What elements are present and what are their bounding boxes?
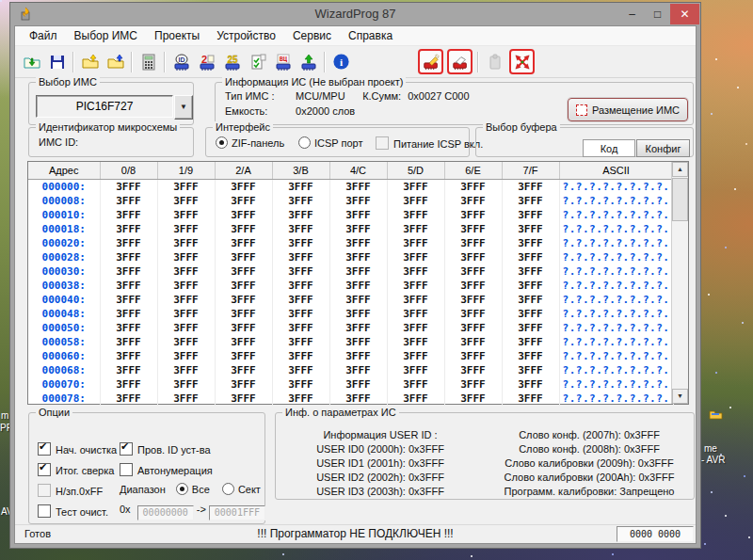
ascii-cell[interactable]: ?.?.?.?.?.?.?.?.	[559, 363, 673, 377]
hex-cell[interactable]: 3FFF	[272, 307, 329, 321]
hex-cell[interactable]: 3FFF	[387, 250, 444, 264]
column-header[interactable]: ASCII	[559, 162, 673, 180]
hex-cell[interactable]: 3FFF	[100, 250, 157, 264]
hex-cell[interactable]: 3FFF	[444, 293, 502, 307]
close-button[interactable]: ✕	[670, 4, 699, 24]
hex-cell[interactable]: 3FFF	[100, 392, 157, 406]
desktop-shortcut-label-line1[interactable]: me	[704, 443, 717, 454]
desktop-shortcut-icon[interactable]	[709, 408, 723, 421]
hex-cell[interactable]: 3FFF	[215, 335, 272, 349]
hex-cell[interactable]: 3FFF	[444, 321, 502, 335]
auto-numbering-checkbox[interactable]: Автонумерация	[120, 463, 213, 476]
hex-cell[interactable]: 3FFF	[272, 236, 329, 250]
hex-cell[interactable]: 3FFF	[502, 236, 559, 250]
hex-cell[interactable]: 3FFF	[387, 335, 444, 349]
hex-cell[interactable]: 3FFF	[329, 363, 387, 377]
hex-cell[interactable]: 3FFF	[157, 307, 215, 321]
hex-cell[interactable]: 3FFF	[444, 222, 502, 236]
ascii-cell[interactable]: ?.?.?.?.?.?.?.?.	[559, 321, 673, 335]
hex-cell[interactable]: 3FFF	[444, 279, 502, 293]
hex-cell[interactable]: 3FFF	[100, 349, 157, 363]
ascii-cell[interactable]: ?.?.?.?.?.?.?.?.	[559, 236, 673, 250]
hex-cell[interactable]: 3FFF	[329, 321, 387, 335]
menu-select-ic[interactable]: Выбор ИМС	[66, 27, 146, 44]
hex-cell[interactable]: 3FFF	[157, 180, 215, 195]
column-header[interactable]: 7/F	[502, 162, 559, 180]
hex-cell[interactable]: 3FFF	[215, 363, 272, 377]
hex-cell[interactable]: 3FFF	[387, 194, 444, 208]
menu-projects[interactable]: Проекты	[146, 27, 208, 44]
address-cell[interactable]: 000020:	[28, 236, 100, 250]
column-header[interactable]: Адрес	[28, 162, 100, 180]
scroll-down-icon[interactable]: ▼	[672, 389, 688, 404]
ascii-cell[interactable]: ?.?.?.?.?.?.?.?.	[559, 307, 673, 321]
hex-cell[interactable]: 3FFF	[444, 335, 502, 349]
hex-cell[interactable]: 3FFF	[215, 279, 272, 293]
hex-cell[interactable]: 3FFF	[444, 377, 502, 392]
chip-placement-button[interactable]: Размещение ИМС	[568, 98, 688, 121]
maximize-button[interactable]: □	[645, 4, 670, 24]
address-cell[interactable]: 000050:	[28, 321, 100, 335]
column-header[interactable]: 1/9	[157, 162, 215, 180]
initial-erase-checkbox-icon[interactable]	[38, 442, 51, 456]
hex-cell[interactable]: 3FFF	[215, 321, 272, 335]
menu-file[interactable]: Файл	[21, 27, 66, 44]
hex-cell[interactable]: 3FFF	[100, 236, 157, 250]
save-file-button[interactable]	[44, 49, 70, 74]
hex-cell[interactable]: 3FFF	[387, 279, 444, 293]
hex-cell[interactable]: 3FFF	[272, 349, 329, 363]
hex-cell[interactable]: 3FFF	[100, 180, 157, 195]
range-sect-radio-icon[interactable]	[222, 483, 234, 495]
desktop-shortcut-label-line2[interactable]: - AVR	[701, 455, 725, 465]
chip-serial-button[interactable]: ВЦ	[270, 49, 296, 74]
hex-cell[interactable]: 3FFF	[387, 321, 444, 335]
column-header[interactable]: 6/E	[444, 162, 502, 180]
hex-cell[interactable]: 3FFF	[444, 194, 502, 208]
range-all-radio-icon[interactable]	[176, 483, 188, 495]
hex-cell[interactable]: 3FFF	[157, 250, 215, 264]
icsp-radio[interactable]: ICSP порт	[298, 136, 363, 149]
address-cell[interactable]: 000038:	[28, 279, 100, 293]
hex-cell[interactable]: 3FFF	[329, 180, 387, 195]
hex-cell[interactable]: 3FFF	[272, 392, 329, 406]
open-project-button[interactable]	[77, 49, 103, 74]
hex-cell[interactable]: 3FFF	[329, 222, 387, 236]
hex-cell[interactable]: 3FFF	[387, 307, 444, 321]
auto-numbering-checkbox-icon[interactable]	[120, 463, 133, 476]
hex-cell[interactable]: 3FFF	[444, 363, 502, 377]
hex-cell[interactable]: 3FFF	[444, 264, 502, 279]
hex-cell[interactable]: 3FFF	[215, 250, 272, 264]
hex-cell[interactable]: 3FFF	[215, 236, 272, 250]
ascii-cell[interactable]: ?.?.?.?.?.?.?.?.	[559, 194, 673, 208]
zif-radio-icon[interactable]	[216, 136, 228, 149]
hex-cell[interactable]: 3FFF	[272, 222, 329, 236]
erase-test-checkbox[interactable]: Тест очист.	[38, 504, 108, 518]
address-cell[interactable]: 000048:	[28, 307, 100, 321]
hex-cell[interactable]: 3FFF	[272, 377, 329, 392]
hex-cell[interactable]: 3FFF	[157, 293, 215, 307]
hex-cell[interactable]: 3FFF	[329, 349, 387, 363]
buffer-code-button[interactable]: Код	[583, 139, 635, 157]
hex-cell[interactable]: 3FFF	[215, 377, 272, 392]
chip-25-button[interactable]: 25	[219, 49, 245, 74]
write-chip-button[interactable]	[418, 49, 443, 74]
hex-cell[interactable]: 3FFF	[387, 363, 444, 377]
open-file-button[interactable]	[19, 49, 44, 74]
hex-cell[interactable]: 3FFF	[215, 349, 272, 363]
hex-cell[interactable]: 3FFF	[100, 335, 157, 349]
vertical-scrollbar[interactable]: ▲ ▼	[671, 162, 688, 404]
address-cell[interactable]: 000040:	[28, 293, 100, 307]
hex-cell[interactable]: 3FFF	[215, 180, 272, 195]
hex-cell[interactable]: 3FFF	[157, 321, 215, 335]
hex-cell[interactable]: 3FFF	[502, 392, 559, 406]
hex-cell[interactable]: 3FFF	[215, 307, 272, 321]
column-header[interactable]: 2/A	[215, 162, 272, 180]
device-id-check-checkbox[interactable]: Пров. ID уст-ва	[120, 442, 211, 456]
hex-cell[interactable]: 3FFF	[272, 264, 329, 279]
ascii-cell[interactable]: ?.?.?.?.?.?.?.?.	[559, 349, 673, 363]
save-project-button[interactable]	[103, 49, 128, 74]
hex-cell[interactable]: 3FFF	[502, 222, 559, 236]
hex-cell[interactable]: 3FFF	[329, 307, 387, 321]
hex-cell[interactable]: 3FFF	[272, 180, 329, 195]
ascii-cell[interactable]: ?.?.?.?.?.?.?.?.	[559, 279, 673, 293]
